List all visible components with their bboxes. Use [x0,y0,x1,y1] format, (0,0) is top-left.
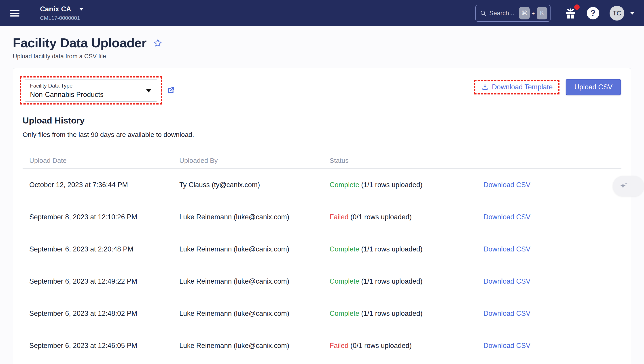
table-row: September 6, 2023 at 12:46:05 PM Luke Re… [23,330,621,362]
facility-data-type-select[interactable]: Facility Data Type Non-Cannabis Products [24,79,158,102]
shortcut-join: + [532,10,535,17]
download-csv-link[interactable]: Download CSV [484,277,530,285]
topbar: Canix CA CML17-0000001 Search... ⌘ + K [0,0,644,26]
upload-date-cell: September 6, 2023 at 12:49:22 PM [29,277,179,286]
external-link-icon[interactable] [166,86,175,95]
annotation-box-download-template: Download Template [474,80,560,94]
upload-history-table: Upload Date Uploaded By Status October 1… [23,153,621,362]
user-menu-chevron-icon[interactable] [630,12,634,14]
status-cell: Failed (0/1 rows uploaded) [330,342,484,350]
org-selector[interactable]: Canix CA CML17-0000001 [40,5,84,21]
help-button[interactable]: ? [587,7,599,20]
status-detail: (0/1 rows uploaded) [350,213,412,221]
download-csv-link[interactable]: Download CSV [484,181,530,189]
status-badge: Failed [330,213,350,221]
status-detail: (1/1 rows uploaded) [361,181,422,189]
upload-csv-button[interactable]: Upload CSV [566,79,621,95]
upload-date-cell: September 6, 2023 at 12:46:05 PM [29,342,179,350]
upload-date-cell: September 6, 2023 at 2:20:48 PM [29,245,179,253]
upload-date-cell: September 8, 2023 at 12:10:26 PM [29,213,179,221]
select-caret-icon [146,89,151,92]
table-row: September 6, 2023 at 12:48:02 PM Luke Re… [23,298,621,330]
facility-data-type-value: Non-Cannabis Products [30,91,158,99]
table-row: September 6, 2023 at 12:49:22 PM Luke Re… [23,265,621,298]
status-detail: (1/1 rows uploaded) [361,310,422,317]
download-csv-link[interactable]: Download CSV [484,245,530,253]
whats-new-button[interactable] [563,6,577,20]
status-cell: Complete (1/1 rows uploaded) [330,310,484,318]
uploaded-by-cell: Luke Reinemann (luke@canix.com) [179,310,330,318]
uploader-card: Facility Data Type Non-Cannabis Products [13,68,631,364]
status-badge: Complete [330,277,361,285]
avatar[interactable]: TC [609,6,624,20]
uploaded-by-cell: Luke Reinemann (luke@canix.com) [179,277,330,286]
page-title: Facility Data Uploader [13,35,146,50]
chevron-down-icon [79,8,84,10]
org-name: Canix CA [40,5,71,13]
sparkle-icon [618,181,630,192]
download-csv-link[interactable]: Download CSV [484,213,530,221]
table-row: October 12, 2023 at 7:36:44 PM Ty Clauss… [23,169,621,201]
status-cell: Complete (1/1 rows uploaded) [330,181,484,189]
page-subtitle: Upload facility data from a CSV file. [13,53,631,60]
uploaded-by-cell: Ty Clauss (ty@canix.com) [179,181,330,189]
status-badge: Complete [330,181,361,189]
table-row: September 6, 2023 at 2:20:48 PM Luke Rei… [23,233,621,265]
facility-id: CML17-0000001 [40,15,84,21]
status-cell: Complete (1/1 rows uploaded) [330,245,484,253]
search-input[interactable]: Search... ⌘ + K [475,5,551,22]
header-upload-date: Upload Date [29,157,179,164]
status-detail: (1/1 rows uploaded) [361,245,422,253]
status-badge: Failed [330,342,350,350]
download-template-link[interactable]: Download Template [481,83,553,91]
download-csv-link[interactable]: Download CSV [484,342,530,350]
ai-assistant-button[interactable] [613,176,644,196]
hamburger-menu-icon[interactable] [10,8,20,18]
upload-date-cell: September 6, 2023 at 12:48:02 PM [29,310,179,318]
status-detail: (0/1 rows uploaded) [350,342,412,350]
search-icon [480,10,487,16]
status-badge: Complete [330,245,361,253]
table-row: September 8, 2023 at 12:10:26 PM Luke Re… [23,201,621,233]
annotation-box-data-type: Facility Data Type Non-Cannabis Products [20,76,162,104]
favorite-star-icon[interactable] [153,38,163,49]
uploaded-by-cell: Luke Reinemann (luke@canix.com) [179,342,330,350]
upload-history-title: Upload History [23,116,621,126]
table-header-row: Upload Date Uploaded By Status [23,153,621,169]
uploaded-by-cell: Luke Reinemann (luke@canix.com) [179,245,330,253]
uploaded-by-cell: Luke Reinemann (luke@canix.com) [179,213,330,221]
status-badge: Complete [330,310,361,317]
notification-dot [574,4,580,10]
search-placeholder: Search... [489,10,519,17]
table-body: October 12, 2023 at 7:36:44 PM Ty Clauss… [23,169,621,362]
status-cell: Complete (1/1 rows uploaded) [330,277,484,286]
help-icon: ? [590,8,595,18]
upload-history-note: Only files from the last 90 days are ava… [23,131,621,138]
header-status: Status [330,157,484,164]
status-cell: Failed (0/1 rows uploaded) [330,213,484,221]
command-key-badge: ⌘ [519,7,530,20]
facility-data-type-label: Facility Data Type [30,83,158,89]
k-key-badge: K [537,7,547,20]
upload-date-cell: October 12, 2023 at 7:36:44 PM [29,181,179,189]
status-detail: (1/1 rows uploaded) [361,277,422,285]
download-csv-link[interactable]: Download CSV [484,310,530,317]
header-uploaded-by: Uploaded By [179,157,330,164]
download-icon [481,83,489,91]
